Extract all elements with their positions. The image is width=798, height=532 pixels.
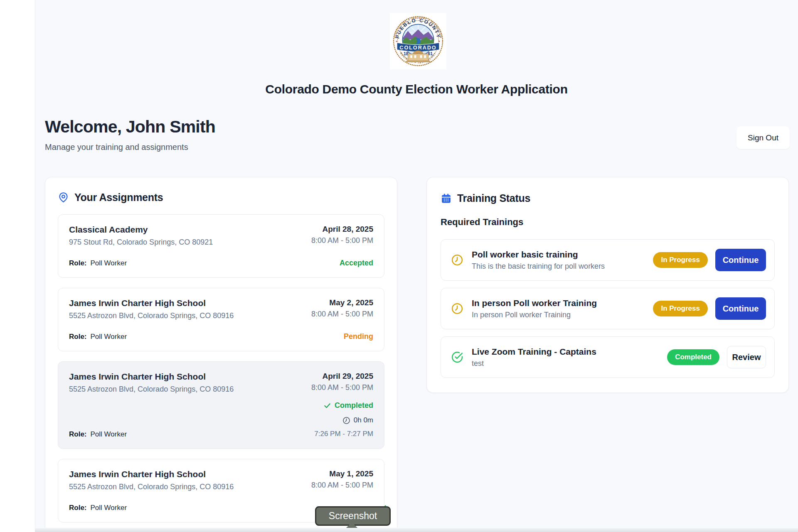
assignment-time: 8:00 AM - 5:00 PM — [311, 383, 373, 392]
continue-button[interactable]: Continue — [715, 249, 766, 271]
assignment-card: Classical Academy 975 Stout Rd, Colorado… — [58, 214, 384, 278]
calendar-icon — [441, 193, 452, 204]
assignment-location-name: James Irwin Charter High School — [69, 298, 234, 308]
svg-text:✦: ✦ — [438, 40, 441, 43]
page-title: Colorado Demo County Election Worker App… — [35, 82, 798, 96]
assignment-location-name: Classical Academy — [69, 225, 213, 235]
training-item-description: This is the basic training for poll work… — [472, 262, 653, 271]
assignment-card-completed: James Irwin Charter High School 5525 Ast… — [58, 361, 384, 449]
welcome-heading: Welcome, John Smith — [45, 117, 215, 137]
assignment-card: James Irwin Charter High School 5525 Ast… — [58, 288, 384, 351]
training-item-title: In person Poll worker Training — [472, 298, 653, 308]
assignment-time: 8:00 AM - 5:00 PM — [311, 481, 373, 490]
role-label: Role: — [69, 504, 87, 512]
role-label: Role: — [69, 333, 87, 341]
sign-out-button[interactable]: Sign Out — [736, 126, 790, 149]
required-trainings-heading: Required Trainings — [441, 217, 775, 228]
training-item-title: Live Zoom Training - Captains — [472, 347, 667, 357]
assignment-worked-hours: 7:26 PM - 7:27 PM — [314, 430, 373, 438]
welcome-subtitle: Manage your training and assignments — [45, 142, 215, 152]
assignment-status: Pending — [344, 332, 373, 341]
training-item-description: In person Poll worker Training — [472, 311, 653, 319]
assignment-date: May 1, 2025 — [329, 469, 373, 478]
status-badge: In Progress — [653, 301, 708, 316]
check-circle-icon — [451, 351, 463, 363]
assignments-panel: Your Assignments Classical Academy 975 S… — [45, 177, 397, 532]
assignment-location-name: James Irwin Charter High School — [69, 469, 234, 479]
assignment-role: Role: Poll Worker — [69, 259, 213, 267]
map-pin-icon — [58, 192, 69, 203]
assignment-date: May 2, 2025 — [329, 298, 373, 307]
clock-icon — [451, 302, 463, 315]
assignment-address: 975 Stout Rd, Colorado Springs, CO 80921 — [69, 238, 213, 247]
role-label: Role: — [69, 430, 87, 439]
role-value: Poll Worker — [91, 504, 127, 512]
assignment-role: Role: Poll Worker — [69, 430, 234, 439]
assignment-location-name: James Irwin Charter High School — [69, 372, 234, 382]
assignment-date: April 28, 2025 — [322, 225, 373, 234]
assignment-status: Accepted — [340, 259, 373, 267]
svg-text:✦: ✦ — [395, 40, 398, 43]
status-badge: In Progress — [653, 252, 708, 268]
assignment-status-completed: Completed — [323, 401, 373, 410]
assignment-address: 5525 Astrozon Blvd, Colorado Springs, CO… — [69, 483, 234, 491]
training-item-title: Poll worker basic training — [472, 250, 653, 260]
assignment-role: Role: Poll Worker — [69, 333, 234, 341]
assignment-date: April 29, 2025 — [322, 372, 373, 381]
pueblo-county-seal-icon: AGRICULTURE ✦ INDUSTRY ✦ RECREATION BUSI… — [391, 14, 446, 69]
status-badge: Completed — [667, 349, 719, 365]
training-title: Training Status — [457, 192, 530, 204]
role-value: Poll Worker — [91, 333, 127, 341]
screenshot-tooltip: Screenshot — [315, 506, 391, 526]
training-panel: Training Status Required Trainings Poll … — [426, 177, 789, 393]
role-label: Role: — [69, 259, 87, 267]
role-value: Poll Worker — [91, 259, 127, 267]
assignment-duration: 0h 0m — [342, 416, 373, 424]
assignment-role: Role: Poll Worker — [69, 504, 234, 512]
svg-text:COLORADO: COLORADO — [399, 44, 436, 51]
assignment-address: 5525 Astrozon Blvd, Colorado Springs, CO… — [69, 311, 234, 320]
review-button[interactable]: Review — [727, 346, 766, 368]
clock-icon — [342, 417, 350, 424]
training-item: Live Zoom Training - Captains test Compl… — [441, 336, 775, 378]
assignments-title: Your Assignments — [74, 191, 163, 203]
assignment-address: 5525 Astrozon Blvd, Colorado Springs, CO… — [69, 385, 234, 394]
role-value: Poll Worker — [91, 430, 127, 439]
clock-icon — [451, 254, 463, 266]
county-seal-logo: AGRICULTURE ✦ INDUSTRY ✦ RECREATION BUSI… — [390, 13, 446, 69]
continue-button[interactable]: Continue — [715, 297, 766, 320]
check-icon — [323, 402, 331, 409]
viewport-bottom-edge — [35, 528, 798, 532]
training-item-description: test — [472, 359, 667, 368]
training-item: In person Poll worker Training In person… — [441, 288, 775, 329]
assignment-time: 8:00 AM - 5:00 PM — [311, 236, 373, 245]
svg-text:61: 61 — [428, 51, 433, 56]
training-item: Poll worker basic training This is the b… — [441, 239, 775, 281]
assignment-time: 8:00 AM - 5:00 PM — [311, 310, 373, 319]
